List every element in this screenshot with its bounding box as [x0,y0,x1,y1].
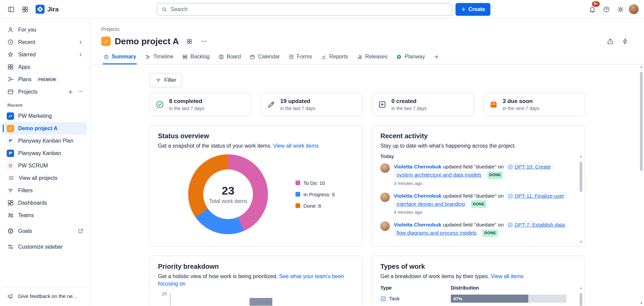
card-description: Get a breakdown of work items by their t… [380,273,577,280]
add-project-icon[interactable] [67,89,73,95]
stat-sub: in the last 7 days [391,106,427,111]
status-donut[interactable]: 23 Total work items [188,154,268,234]
settings-button[interactable] [614,3,627,16]
sidebar-item-label: Teams [18,212,34,218]
projects-icon [7,88,14,95]
plus-icon [434,54,439,60]
sidebar-item-customize[interactable]: Customize sidebar [3,241,87,253]
tab-releases[interactable]: Releases [354,52,391,64]
share-button[interactable] [604,35,616,48]
stat-sub: in the last 7 days [169,106,204,111]
project-label: PW Marketing [18,113,52,119]
project-label: Planyway Kanban Plan [18,138,73,144]
project-avatar [7,137,14,145]
jira-logo[interactable]: Jira [33,5,61,14]
scroll-up-arrow[interactable]: ▲ [580,154,583,158]
tab-add[interactable] [430,52,443,64]
sidebar-project-pw-marketing[interactable]: PW Marketing [3,110,87,122]
sidebar-item-plans[interactable]: Plans PREMIUM [3,73,87,86]
calendar-due-icon [489,100,498,109]
premium-badge: PREMIUM [36,76,58,82]
priority-bar[interactable] [250,298,272,306]
legend-label: Done: 8 [304,203,321,209]
sidebar-item-filters[interactable]: Filters [3,184,87,197]
project-avatar [7,150,14,157]
sidebar-project-pw-scrum[interactable]: PW SCRUM [3,159,87,172]
scroll-down-arrow[interactable]: ▼ [580,240,583,244]
stat-completed[interactable]: 8 completed in the last 7 days [150,93,252,116]
sidebar-item-projects[interactable]: Projects [3,86,87,98]
status-badge: DONE [471,200,487,208]
search-input[interactable] [170,6,448,13]
page-scrollbar-thumb[interactable] [640,72,643,171]
sidebar-item-feedback[interactable]: Give feedback on the ne... [3,290,87,302]
sidebar-item-starred[interactable]: Starred [3,48,87,61]
sidebar-item-apps[interactable]: Apps [3,61,87,73]
tab-timeline[interactable]: Timeline [142,52,177,64]
projects-more-icon[interactable] [77,88,84,96]
app-name: Jira [47,6,59,13]
app-grid-icon [21,6,29,13]
tab-forms[interactable]: Forms [285,52,315,64]
sidebar-item-dashboards[interactable]: Dashboards [3,197,87,209]
tab-calendar[interactable]: Calendar [246,52,283,64]
app-switcher-button[interactable] [19,3,32,16]
top-navigation-bar: Jira Create 9+ [0,0,644,19]
user-link[interactable]: Violetta Chernobuk [394,193,441,199]
sidebar-item-recent[interactable]: Recent [3,36,87,48]
automation-button[interactable] [619,35,631,48]
sidebar-item-view-all-projects[interactable]: View all projects [3,172,87,184]
scroll-up-arrow[interactable]: ▲ [640,65,643,68]
user-link[interactable]: Violetta Chernobuk [394,164,441,169]
view-all-work-items-link[interactable]: View all work items [273,143,319,149]
help-button[interactable] [600,3,613,16]
project-avatar [7,112,14,120]
legend-item-in-progress[interactable]: In Progress: 5 [296,192,335,197]
tab-planway[interactable]: Planway [393,52,428,64]
feedback-label: Give feedback on the ne... [18,293,77,299]
bell-icon [589,6,596,13]
types-scrollbar-thumb[interactable] [580,293,582,306]
recent-activity-card: Recent activity Stay up to date with wha… [372,125,585,247]
user-link[interactable]: Violetta Chernobuk [394,222,441,227]
project-more-button[interactable] [198,36,210,47]
sidebar-item-teams[interactable]: Teams [3,209,87,221]
stat-value: 3 due soon [503,98,540,105]
topbar-right: 9+ [586,3,639,16]
scroll-down-arrow[interactable]: ▼ [640,302,643,305]
sidebar-item-label: Projects [18,89,38,95]
stat-texts: 19 updated in the last 7 days [280,98,316,111]
sidebar-item-label: Dashboards [18,200,47,206]
tab-backlog[interactable]: Backlog [179,52,213,64]
sidebar-item-goals[interactable]: Goals [3,225,87,237]
legend-item-todo[interactable]: To Do: 10 [296,180,335,186]
scroll-up-arrow[interactable]: ▲ [580,286,583,290]
legend-item-done[interactable]: Done: 8 [296,203,335,209]
sidebar-toggle-button[interactable] [5,3,17,16]
stat-due-soon[interactable]: 3 due soon in the next 7 days [483,93,585,116]
tab-reports[interactable]: Reports [318,52,352,64]
view-all-items-link[interactable]: View all items [491,273,524,279]
sidebar-project-planyway-kanban[interactable]: Planyway Kanban [3,147,87,159]
stat-updated[interactable]: 19 updated in the last 7 days [261,93,363,116]
tab-board[interactable]: Board [215,52,245,64]
user-avatar[interactable] [628,4,639,15]
search-bar[interactable] [157,3,452,16]
column-distribution: Distribution [451,285,479,291]
activity-item: Violetta Chernobuk updated field "duedat… [380,160,577,189]
card-title: Priority breakdown [158,263,354,270]
column-type: Type [380,285,451,291]
filter-button[interactable]: Filter [150,73,182,87]
type-cell[interactable]: Task [380,296,451,302]
ship-icon [357,54,363,60]
distribution-bar[interactable]: 67% [451,295,528,303]
breadcrumb-projects[interactable]: Projects [101,26,119,32]
sidebar-item-for-you[interactable]: For you [3,23,87,36]
create-button[interactable]: Create [455,3,491,16]
stat-created[interactable]: 0 created in the last 7 days [372,93,474,116]
tab-summary[interactable]: Summary [100,52,140,64]
sidebar-project-demo-project-a[interactable]: Demo project A [3,122,87,135]
sidebar-project-planyway-kanban-plan[interactable]: Planyway Kanban Plan [3,135,87,147]
activity-scrollbar-thumb[interactable] [580,162,582,192]
project-members-button[interactable] [183,36,195,47]
